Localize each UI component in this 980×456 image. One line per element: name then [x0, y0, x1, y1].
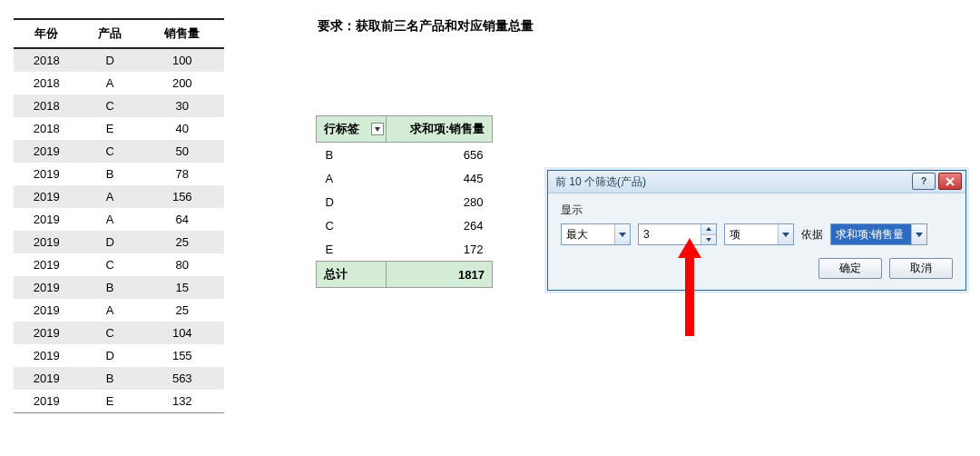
table-row: 2019C80: [14, 253, 224, 276]
help-button[interactable]: ?: [912, 173, 936, 190]
table-row: 2019E132: [14, 390, 224, 413]
table-cell: A: [80, 185, 141, 208]
table-row: 2018D100: [14, 48, 224, 72]
table-row: 2019C104: [14, 322, 224, 344]
table-cell: 2019: [14, 185, 80, 208]
table-row: 2018A200: [14, 72, 224, 94]
table-cell: 2019: [14, 390, 80, 413]
table-cell: A: [80, 299, 141, 322]
table-cell: 104: [141, 322, 224, 344]
by-label: 依据: [801, 227, 823, 243]
pivot-row-value: 280: [387, 190, 493, 213]
table-cell: 156: [141, 185, 224, 208]
table-cell: 2018: [14, 94, 80, 117]
unit-combo[interactable]: [724, 223, 794, 245]
chevron-down-icon[interactable]: [614, 224, 630, 244]
by-field-value[interactable]: [831, 224, 911, 244]
pivot-row: B656: [317, 143, 493, 167]
pivot-table: 行标签 求和项:销售量 B656A445D280C264E172 总计 1817: [316, 115, 493, 288]
table-cell: 100: [141, 48, 224, 72]
instruction-text: 要求：获取前三名产品和对应销量总量: [318, 18, 534, 35]
table-cell: E: [80, 117, 141, 140]
table-cell: 2019: [14, 344, 80, 367]
table-cell: E: [80, 390, 141, 413]
table-cell: B: [80, 276, 141, 299]
unit-value[interactable]: [725, 224, 778, 244]
pivot-row-value: 264: [387, 213, 493, 237]
pivot-row-label: D: [317, 190, 387, 213]
by-field-combo[interactable]: [830, 223, 927, 245]
pivot-row: A445: [317, 166, 493, 190]
close-button[interactable]: [938, 173, 962, 190]
pivot-total-value: 1817: [387, 262, 493, 288]
table-row: 2019B78: [14, 163, 224, 185]
chevron-down-icon[interactable]: [778, 224, 793, 244]
table-row: 2019A156: [14, 185, 224, 208]
pivot-total-label: 总计: [317, 262, 387, 288]
table-row: 2018C30: [14, 94, 224, 117]
table-cell: 2018: [14, 72, 80, 94]
table-cell: 64: [141, 208, 224, 231]
table-cell: B: [80, 367, 141, 390]
table-cell: 25: [141, 231, 224, 253]
table-cell: A: [80, 208, 141, 231]
pivot-row-value: 656: [387, 143, 493, 167]
pivot-value-header: 求和项:销售量: [387, 116, 493, 143]
pivot-row-label-text: 行标签: [324, 122, 359, 135]
close-icon: [946, 177, 955, 186]
table-cell: 40: [141, 117, 224, 140]
table-cell: 2019: [14, 140, 80, 163]
table-cell: 80: [141, 253, 224, 276]
table-cell: D: [80, 48, 141, 72]
table-cell: 30: [141, 94, 224, 117]
table-cell: 2019: [14, 163, 80, 185]
table-cell: C: [80, 140, 141, 163]
table-cell: 2019: [14, 231, 80, 253]
dialog-titlebar[interactable]: 前 10 个筛选(产品) ?: [548, 171, 965, 193]
col-product: 产品: [80, 19, 141, 48]
table-cell: 2019: [14, 367, 80, 390]
count-spinner[interactable]: [638, 223, 717, 245]
table-cell: 15: [141, 276, 224, 299]
pivot-row: D280: [317, 190, 493, 213]
direction-value[interactable]: [562, 224, 614, 244]
table-row: 2019D155: [14, 344, 224, 367]
table-cell: C: [80, 253, 141, 276]
filter-dropdown-icon[interactable]: [371, 123, 384, 135]
col-sales: 销售量: [141, 19, 224, 48]
pivot-row-label: E: [317, 237, 387, 262]
pivot-row-label: B: [317, 143, 387, 167]
table-cell: 2019: [14, 253, 80, 276]
table-cell: 2018: [14, 117, 80, 140]
spinner-down-icon[interactable]: [701, 235, 716, 245]
spinner-up-icon[interactable]: [701, 224, 716, 235]
dialog-title-text: 前 10 个筛选(产品): [555, 175, 646, 188]
table-row: 2019A25: [14, 299, 224, 322]
cancel-button[interactable]: 取消: [889, 258, 953, 279]
pivot-row-label-header[interactable]: 行标签: [317, 116, 387, 143]
table-cell: 132: [141, 390, 224, 413]
pivot-row-value: 172: [387, 237, 493, 262]
table-cell: 2018: [14, 48, 80, 72]
ok-button[interactable]: 确定: [818, 258, 882, 279]
chevron-down-icon[interactable]: [911, 224, 926, 244]
table-cell: D: [80, 344, 141, 367]
show-label: 显示: [561, 203, 953, 218]
help-icon: ?: [921, 176, 926, 186]
direction-combo[interactable]: [561, 223, 631, 245]
pivot-row: C264: [317, 213, 493, 237]
count-input[interactable]: [639, 224, 701, 244]
table-cell: 25: [141, 299, 224, 322]
pivot-row-value: 445: [387, 166, 493, 190]
table-cell: 2019: [14, 208, 80, 231]
table-cell: 155: [141, 344, 224, 367]
pivot-row: E172: [317, 237, 493, 262]
table-row: 2019B563: [14, 367, 224, 390]
table-cell: 563: [141, 367, 224, 390]
table-cell: 2019: [14, 276, 80, 299]
table-cell: 2019: [14, 322, 80, 344]
table-row: 2018E40: [14, 117, 224, 140]
pivot-row-label: A: [317, 166, 387, 190]
col-year: 年份: [14, 19, 80, 48]
table-cell: C: [80, 322, 141, 344]
